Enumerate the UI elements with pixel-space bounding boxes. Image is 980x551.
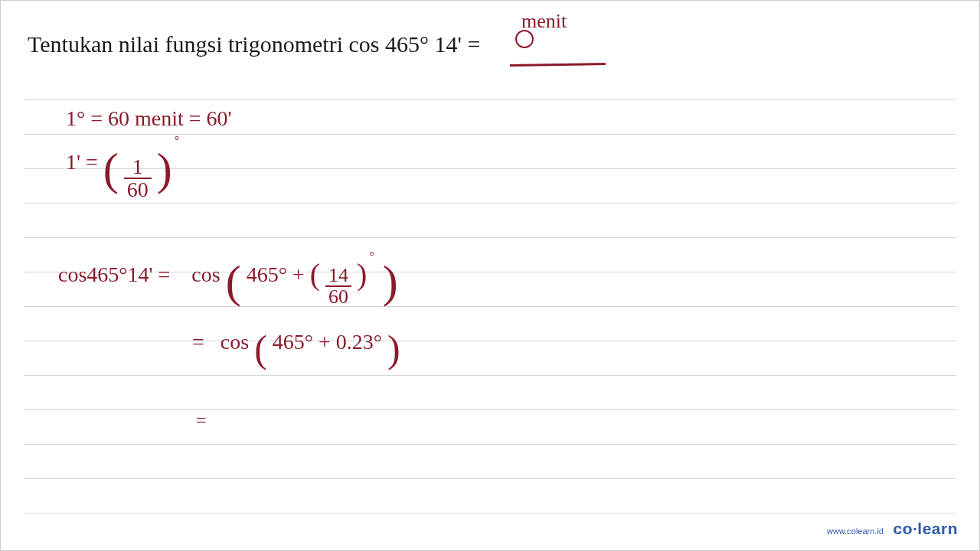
rparen-small-icon: ) (357, 257, 367, 292)
rparen-icon: ) (157, 155, 172, 183)
work-line-5: = (196, 410, 207, 431)
rparen-icon: ) (383, 268, 398, 295)
work-line-4-cos: cos (220, 330, 249, 354)
annotation-circle (515, 30, 534, 48)
work-line-2: 1' = ( 1 60 ) ° (66, 142, 182, 187)
work-line-5-eq: = (196, 410, 207, 430)
work-line-3-den: 60 (325, 287, 351, 307)
work-line-1: 1° = 60 menit = 60' (66, 106, 232, 131)
footer-url: www.colearn.id (827, 527, 884, 536)
work-line-3: cos465°14' = cos ( 465° + ( 14 60 ) ° ) (58, 253, 398, 298)
footer: www.colearn.id co·learn (827, 520, 958, 538)
work-line-2-deg: ° (175, 134, 179, 147)
work-line-2-num: 1 (124, 156, 152, 179)
work-line-4-eq: = (192, 330, 204, 354)
work-line-3-num: 14 (325, 266, 351, 287)
lparen-icon: ( (254, 337, 267, 360)
work-line-2-lhs: 1' = (66, 150, 98, 174)
ruled-background (24, 66, 956, 543)
work-line-4: = cos ( 465° + 0.23° ) (192, 330, 400, 356)
work-line-3-cos: cos (191, 262, 220, 286)
work-line-3-a: 465° + (247, 262, 305, 286)
work-line-3-lhs: cos465°14' = (58, 262, 170, 286)
work-line-3-deg: ° (369, 249, 374, 262)
problem-statement: Tentukan nilai fungsi trigonometri cos 4… (28, 31, 480, 57)
lparen-icon: ( (103, 155, 119, 183)
work-line-2-den: 60 (124, 179, 152, 201)
footer-brand: co·learn (893, 520, 958, 537)
lparen-icon: ( (226, 268, 241, 295)
work-line-4-expr: 465° + 0.23° (273, 330, 382, 354)
rparen-icon: ) (387, 337, 400, 360)
lparen-small-icon: ( (310, 257, 320, 292)
annotation-menit: menit (521, 10, 567, 33)
